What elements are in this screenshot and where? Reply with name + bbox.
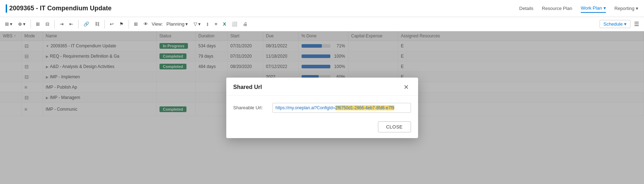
flag-icon: ⚑: [119, 21, 124, 27]
chevron-down-icon: ▾: [604, 5, 606, 11]
toolbar-grid-btn[interactable]: ⊞: [132, 20, 140, 28]
toolbar-collapse-btn[interactable]: ⊟: [43, 20, 52, 28]
nav-item-work-plan[interactable]: Work Plan ▾: [581, 4, 606, 13]
toolbar-unlink-btn[interactable]: ⛓: [93, 20, 102, 28]
view-value: Planning: [167, 21, 185, 27]
toolbar-sep-5: [129, 20, 129, 28]
filter-icon: ▽: [194, 21, 197, 27]
modal-title: Shared Url: [233, 84, 262, 90]
toolbar-expand-btn[interactable]: ⊞: [34, 20, 42, 28]
toolbar-columns-btn[interactable]: ⫿: [204, 20, 211, 28]
view-dropdown-btn[interactable]: Planning ▾: [164, 20, 190, 28]
unlink-icon: ⛓: [95, 21, 99, 27]
toolbar-add-btn[interactable]: ⊕ ▾: [16, 20, 28, 28]
view-chevron-icon: ▾: [185, 21, 188, 27]
dropdown-icon: ⊞: [5, 21, 9, 27]
toolbar-groupby-btn[interactable]: ≡: [212, 20, 220, 28]
toolbar-excel-btn[interactable]: X: [221, 20, 228, 28]
modal-header: Shared Url ✕: [226, 78, 418, 96]
toolbar-sep-2: [54, 20, 55, 28]
header-title: 2009365 - IT Compendium Update: [6, 4, 112, 13]
toolbar-dropdown-btn[interactable]: ⊞ ▾: [3, 20, 15, 28]
toolbar-flag-btn[interactable]: ⚑: [117, 20, 126, 28]
toolbar-filter-btn[interactable]: ▽ ▾: [191, 20, 203, 28]
header-nav: Details Resource Plan Work Plan ▾ Report…: [519, 4, 638, 13]
schedule-btn[interactable]: Schedule ▾: [600, 20, 631, 28]
app-shell: 2009365 - IT Compendium Update Details R…: [0, 0, 644, 184]
expand-icon: ⊞: [36, 21, 40, 27]
header-bar: 2009365 - IT Compendium Update Details R…: [0, 0, 644, 17]
table-area: WBS ↑ Mode Name Status Dur: [0, 31, 644, 184]
hamburger-btn[interactable]: ☰: [632, 19, 641, 29]
schedule-chevron-icon: ▾: [624, 21, 627, 27]
modal-overlay: Shared Url ✕ Shareable Url: https://my.o…: [0, 31, 644, 184]
url-input-wrap: https://my.oneplan.ai?ConfigId=2f6750d1-…: [272, 103, 411, 113]
toolbar-sep-3: [78, 20, 79, 28]
project-title: 2009365 - IT Compendium Update: [9, 5, 112, 12]
url-display: https://my.oneplan.ai?ConfigId=2f6750d1-…: [273, 103, 397, 112]
toolbar-link-btn[interactable]: 🔗: [81, 20, 91, 28]
modal-body: Shareable Url: https://my.oneplan.ai?Con…: [226, 96, 418, 119]
toolbar-eye-btn[interactable]: 👁: [141, 20, 150, 28]
nav-item-details[interactable]: Details: [519, 4, 534, 12]
modal-x-btn[interactable]: ✕: [401, 83, 411, 91]
collapse-icon: ⊟: [45, 21, 49, 27]
dropdown-arrow-icon: ▾: [10, 21, 12, 27]
undo-icon: ↩: [110, 21, 114, 27]
schedule-label: Schedule: [604, 21, 623, 27]
toolbar-right: Schedule ▾ ☰: [600, 19, 641, 29]
modal-dialog: Shared Url ✕ Shareable Url: https://my.o…: [226, 78, 418, 138]
nav-item-resource-plan[interactable]: Resource Plan: [542, 4, 572, 12]
hamburger-icon: ☰: [634, 21, 639, 27]
toolbar-outdent-btn[interactable]: ⇤: [67, 20, 75, 28]
filter-arrow-icon: ▾: [198, 21, 201, 27]
modal-footer: CLOSE: [226, 119, 418, 138]
chevron-down-icon: ▾: [636, 6, 638, 11]
toolbar-print-btn[interactable]: 🖨: [241, 20, 250, 28]
grid-icon: ⊞: [134, 21, 138, 27]
url-row: Shareable Url: https://my.oneplan.ai?Con…: [233, 103, 411, 113]
accent-bar: [6, 4, 7, 13]
indent-icon: ⇥: [60, 21, 64, 27]
toolbar-sep-1: [31, 20, 31, 28]
outdent-icon: ⇤: [69, 21, 73, 27]
toolbar-sep-4: [104, 20, 105, 28]
add-arrow-icon: ▾: [23, 21, 26, 27]
share-icon: ⬜: [232, 21, 237, 27]
toolbar-share-btn[interactable]: ⬜: [229, 20, 239, 28]
eye-icon: 👁: [144, 21, 148, 27]
close-action-btn[interactable]: CLOSE: [378, 121, 411, 132]
view-label: View:: [152, 21, 163, 27]
nav-item-reporting[interactable]: Reporting ▾: [615, 4, 638, 12]
toolbar: ⊞ ▾ ⊕ ▾ ⊞ ⊟ ⇥ ⇤ 🔗 ⛓ ↩ ⚑: [0, 17, 644, 31]
columns-icon: ⫿: [206, 21, 209, 27]
toolbar-indent-btn[interactable]: ⇥: [58, 20, 66, 28]
link-icon: 🔗: [83, 21, 89, 27]
excel-icon: X: [223, 21, 226, 27]
groupby-icon: ≡: [215, 21, 217, 27]
url-label: Shareable Url:: [233, 105, 269, 110]
toolbar-undo-btn[interactable]: ↩: [108, 20, 116, 28]
plus-icon: ⊕: [18, 21, 22, 27]
print-icon: 🖨: [243, 21, 248, 27]
toolbar-view: View: Planning ▾: [152, 20, 190, 28]
